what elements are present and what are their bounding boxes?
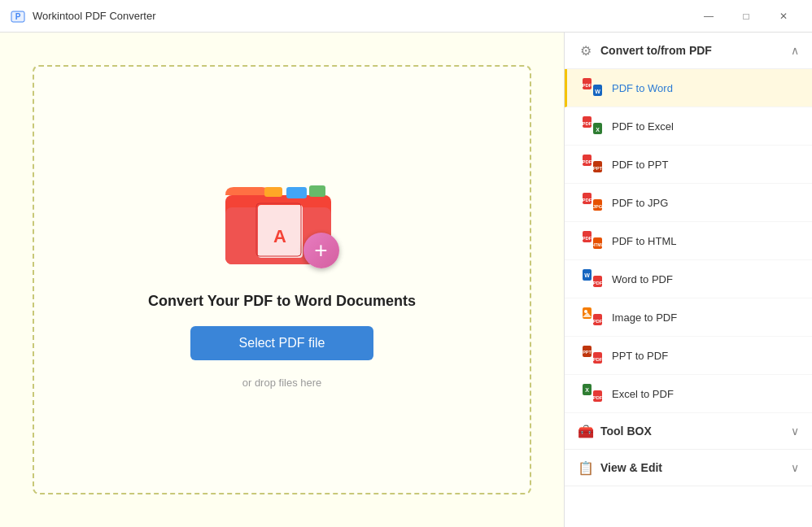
svg-text:PDF: PDF: [593, 319, 603, 324]
pdf-to-html-icon: PDF HTML: [581, 229, 604, 252]
toolbox-section-header[interactable]: 🧰 Tool BOX ∨: [565, 413, 812, 450]
svg-point-36: [584, 310, 587, 313]
pdf-to-word-icon: PDF W: [581, 76, 604, 99]
svg-text:P: P: [15, 12, 21, 21]
convert-section-header-left: ⚙ Convert to/from PDF: [578, 42, 712, 59]
svg-text:PDF: PDF: [593, 281, 603, 285]
svg-text:PDF: PDF: [583, 121, 592, 126]
svg-text:PPT: PPT: [583, 350, 592, 355]
view-edit-section-header[interactable]: 📋 View & Edit ∨: [565, 450, 812, 486]
folder-icon-container: A +: [217, 171, 347, 277]
svg-text:PDF: PDF: [583, 159, 592, 164]
pdf-to-html-label: PDF to HTML: [612, 235, 676, 247]
pdf-to-jpg-label: PDF to JPG: [612, 197, 668, 209]
select-pdf-button[interactable]: Select PDF file: [190, 326, 374, 360]
menu-item-word-to-pdf[interactable]: W PDF Word to PDF: [565, 260, 812, 298]
word-to-pdf-label: Word to PDF: [612, 273, 673, 285]
right-sidebar: ⚙ Convert to/from PDF ∧ PDF W PDF to Wor…: [564, 33, 812, 527]
convert-section-icon: ⚙: [578, 42, 594, 59]
view-edit-chevron: ∨: [791, 461, 799, 474]
svg-text:HTML: HTML: [592, 242, 604, 247]
image-to-pdf-icon: PDF: [581, 306, 604, 329]
toolbox-chevron: ∨: [791, 425, 799, 438]
svg-text:PDF: PDF: [593, 357, 603, 362]
drop-hint: or drop files here: [242, 377, 322, 389]
toolbox-section-header-left: 🧰 Tool BOX: [578, 423, 652, 439]
ppt-to-pdf-icon: PPT PDF: [581, 344, 604, 367]
title-bar-left: P Workintool PDF Converter: [10, 8, 155, 24]
svg-text:PDF: PDF: [583, 198, 592, 203]
pdf-to-excel-icon: PDF X: [581, 115, 604, 137]
pdf-to-word-label: PDF to Word: [612, 82, 673, 94]
menu-item-pdf-to-word[interactable]: PDF W PDF to Word: [565, 69, 812, 107]
menu-item-image-to-pdf[interactable]: PDF Image to PDF: [565, 298, 812, 337]
menu-item-pdf-to-jpg[interactable]: PDF JPG PDF to JPG: [565, 184, 812, 222]
toolbox-section-title: Tool BOX: [600, 425, 652, 438]
svg-text:W: W: [595, 89, 600, 94]
svg-rect-6: [309, 185, 325, 197]
svg-text:PDF: PDF: [583, 83, 592, 88]
svg-text:X: X: [585, 387, 589, 393]
app-title: Workintool PDF Converter: [33, 10, 155, 22]
image-to-pdf-label: Image to PDF: [612, 311, 677, 324]
svg-text:PPT: PPT: [593, 166, 603, 171]
close-button[interactable]: ✕: [765, 3, 802, 29]
svg-text:A: A: [273, 226, 286, 246]
excel-to-pdf-icon: X PDF: [581, 382, 604, 405]
svg-rect-7: [264, 187, 282, 197]
svg-text:PDF: PDF: [583, 236, 592, 241]
svg-text:PDF: PDF: [593, 395, 603, 400]
pdf-to-excel-label: PDF to Excel: [612, 120, 674, 133]
maximize-button[interactable]: □: [727, 3, 765, 29]
toolbox-section-icon: 🧰: [578, 423, 594, 439]
convert-section-header[interactable]: ⚙ Convert to/from PDF ∧: [565, 33, 812, 69]
app-icon: P: [10, 8, 26, 24]
minimize-button[interactable]: —: [690, 3, 727, 29]
ppt-to-pdf-label: PPT to PDF: [612, 350, 668, 362]
convert-title: Convert Your PDF to Word Documents: [148, 293, 416, 310]
svg-text:X: X: [596, 127, 600, 133]
left-panel: A + Convert Your PDF to Word Documents S…: [0, 33, 564, 527]
menu-item-pdf-to-ppt[interactable]: PDF PPT PDF to PPT: [565, 146, 812, 184]
svg-rect-5: [286, 187, 307, 198]
menu-item-pdf-to-html[interactable]: PDF HTML PDF to HTML: [565, 222, 812, 260]
pdf-to-jpg-icon: PDF JPG: [581, 191, 604, 214]
menu-item-excel-to-pdf[interactable]: X PDF Excel to PDF: [565, 375, 812, 413]
word-to-pdf-icon: W PDF: [581, 268, 604, 290]
add-icon: +: [303, 233, 339, 268]
svg-text:JPG: JPG: [592, 204, 602, 209]
title-bar-controls: — □ ✕: [690, 3, 802, 29]
excel-to-pdf-label: Excel to PDF: [612, 388, 674, 400]
convert-chevron: ∧: [791, 44, 799, 57]
menu-item-ppt-to-pdf[interactable]: PPT PDF PPT to PDF: [565, 337, 812, 375]
title-bar: P Workintool PDF Converter — □ ✕: [0, 0, 812, 33]
convert-section-title: Convert to/from PDF: [600, 44, 712, 57]
main-content: A + Convert Your PDF to Word Documents S…: [0, 33, 812, 527]
pdf-to-ppt-label: PDF to PPT: [612, 159, 668, 171]
view-edit-section-title: View & Edit: [600, 461, 662, 474]
pdf-to-ppt-icon: PDF PPT: [581, 153, 604, 176]
view-edit-section-icon: 📋: [578, 459, 594, 476]
drop-zone[interactable]: A + Convert Your PDF to Word Documents S…: [33, 65, 531, 494]
view-edit-section-header-left: 📋 View & Edit: [578, 459, 662, 476]
menu-item-pdf-to-excel[interactable]: PDF X PDF to Excel: [565, 107, 812, 146]
svg-text:W: W: [584, 272, 590, 278]
